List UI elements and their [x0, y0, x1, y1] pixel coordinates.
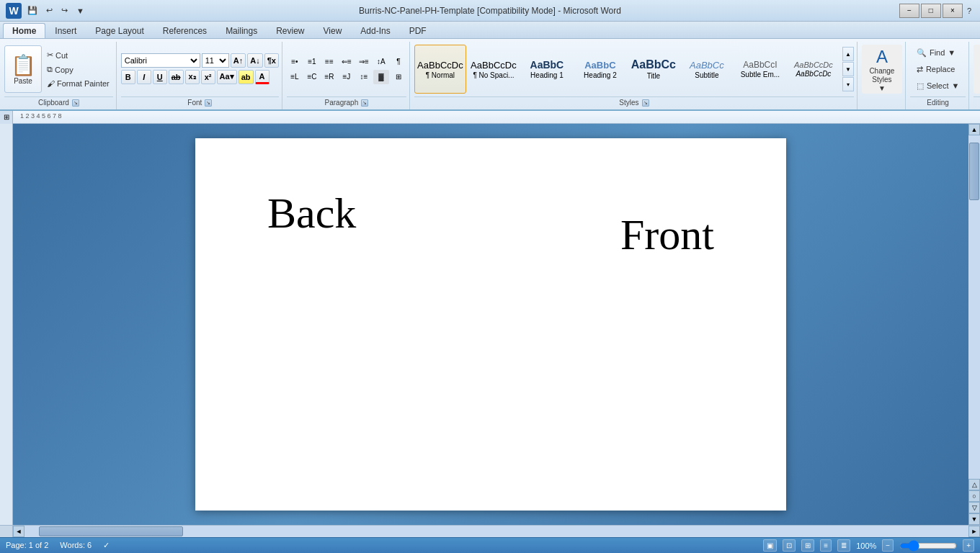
style-aabbccdc[interactable]: AaBbCcDc AaBbCcDc — [788, 45, 839, 94]
font-size-select[interactable]: 11 — [202, 53, 229, 68]
multilevel-list-button[interactable]: ≡≡ — [321, 55, 337, 69]
zoom-out-button[interactable]: − — [882, 539, 894, 552]
zoom-slider[interactable] — [899, 540, 957, 552]
view-print-layout-button[interactable]: ▣ — [763, 539, 777, 552]
justify-button[interactable]: ≡J — [339, 70, 355, 84]
increase-indent-button[interactable]: ⇒≡ — [356, 55, 372, 69]
align-right-button[interactable]: ≡R — [321, 70, 337, 84]
editing-group-content: 🔍 Find ▼ ⇄ Replace ⬚ Select ▼ — [910, 43, 966, 95]
font-name-select[interactable]: Calibri — [121, 53, 200, 68]
find-button[interactable]: 🔍 Find ▼ — [910, 45, 966, 60]
h-scroll-thumb[interactable] — [39, 526, 183, 536]
scroll-thumb[interactable] — [969, 143, 979, 200]
tab-page-layout[interactable]: Page Layout — [86, 23, 153, 38]
view-full-screen-button[interactable]: ⊡ — [783, 539, 796, 552]
font-group: Calibri 11 A↑ A↓ ¶x B I U ab — [118, 42, 282, 109]
maximize-button[interactable]: □ — [921, 4, 941, 18]
superscript-button[interactable]: x² — [201, 70, 215, 84]
replace-button[interactable]: ⇄ Replace — [910, 62, 966, 77]
scroll-up-button[interactable]: ▲ — [968, 124, 980, 135]
view-web-layout-button[interactable]: ⊞ — [801, 539, 814, 552]
style-no-spacing[interactable]: AaBbCcDc ¶ No Spaci... — [468, 45, 520, 94]
scroll-track[interactable] — [968, 135, 980, 479]
tab-mailings[interactable]: Mailings — [216, 23, 267, 38]
minimize-button[interactable]: − — [899, 4, 919, 18]
underline-button[interactable]: U — [153, 70, 167, 84]
style-h1-label: Heading 1 — [530, 71, 564, 79]
zoom-in-button[interactable]: + — [963, 539, 974, 552]
subscript-button[interactable]: x₂ — [185, 70, 200, 84]
scroll-left-button[interactable]: ◄ — [13, 526, 24, 537]
tab-home[interactable]: Home — [3, 23, 45, 38]
select-button[interactable]: ⬚ Select ▼ — [910, 78, 966, 94]
save-button[interactable]: 💾 — [24, 4, 40, 17]
customize-button[interactable]: ▼ — [74, 5, 87, 17]
cut-button[interactable]: ✂ Cut — [43, 48, 113, 62]
page-content[interactable]: Back Front — [224, 167, 757, 513]
style-heading2[interactable]: AaBbC Heading 2 — [574, 45, 626, 94]
page-down-button[interactable]: ▽ — [968, 502, 980, 513]
paragraph-expand-button[interactable]: ↘ — [361, 99, 368, 107]
numbering-button[interactable]: ≡1 — [304, 55, 320, 69]
font-color-button[interactable]: A — [255, 70, 270, 84]
tab-review[interactable]: Review — [267, 23, 313, 38]
undo-button[interactable]: ↩ — [43, 4, 55, 17]
scroll-area[interactable]: Back Front — [13, 124, 968, 525]
change-styles-button[interactable]: A Change Styles ▼ — [862, 45, 902, 94]
tab-pdf[interactable]: PDF — [400, 23, 436, 38]
styles-scroll-down-button[interactable]: ▼ — [842, 62, 854, 76]
bold-button[interactable]: B — [121, 70, 135, 84]
italic-button[interactable]: I — [137, 70, 151, 84]
sign-encrypt-button[interactable]: 🔒 Sign and Encrypt — [974, 45, 980, 94]
shading-button[interactable]: ▓ — [373, 70, 389, 84]
style-normal[interactable]: AaBbCcDc ¶ Normal — [414, 45, 466, 94]
font-expand-button[interactable]: ↘ — [205, 99, 212, 107]
close-button[interactable]: × — [943, 4, 963, 18]
tab-add-ins[interactable]: Add-Ins — [351, 23, 399, 38]
document-page[interactable]: Back Front — [195, 138, 786, 511]
decrease-indent-button[interactable]: ⇐≡ — [339, 55, 355, 69]
align-center-button[interactable]: ≡C — [304, 70, 320, 84]
align-left-button[interactable]: ≡L — [287, 70, 303, 84]
replace-label: Replace — [926, 65, 955, 73]
paste-button[interactable]: 📋 Paste — [4, 45, 42, 93]
style-subtitle[interactable]: AaBbCc Subtitle — [681, 45, 733, 94]
ruler-corner-button[interactable]: ⊞ — [0, 111, 13, 124]
clipboard-group: 📋 Paste ✂ Cut ⧉ Copy 🖌 Format Painter — [1, 42, 117, 109]
show-formatting-button[interactable]: ¶ — [391, 55, 406, 69]
styles-scroll-up-button[interactable]: ▲ — [842, 47, 854, 61]
select-page-button[interactable]: ○ — [968, 490, 980, 502]
styles-expand-button[interactable]: ▾ — [842, 77, 854, 91]
increase-font-button[interactable]: A↑ — [231, 53, 246, 68]
line-spacing-button[interactable]: ↕≡ — [356, 70, 372, 84]
h-scroll-track[interactable] — [24, 526, 968, 537]
bullets-button[interactable]: ≡• — [287, 55, 303, 69]
format-painter-button[interactable]: 🖌 Format Painter — [43, 77, 113, 90]
view-outline-button[interactable]: ≡ — [820, 539, 832, 552]
scroll-right-button[interactable]: ► — [968, 526, 980, 537]
copy-button[interactable]: ⧉ Copy — [43, 63, 113, 76]
style-heading1[interactable]: AaBbC Heading 1 — [521, 45, 573, 94]
page-up-button[interactable]: △ — [968, 479, 980, 490]
highlight-button[interactable]: ab — [239, 70, 254, 84]
scroll-down-button[interactable]: ▼ — [968, 513, 980, 525]
spell-check-icon[interactable]: ✓ — [103, 541, 110, 550]
help-button[interactable]: ? — [964, 4, 974, 18]
tab-view[interactable]: View — [314, 23, 352, 38]
view-draft-button[interactable]: ≣ — [837, 539, 850, 552]
clear-format-button[interactable]: ¶x — [264, 53, 279, 68]
decrease-font-button[interactable]: A↓ — [247, 53, 262, 68]
change-case-button[interactable]: Aa▾ — [217, 70, 237, 84]
styles-expand-button2[interactable]: ↘ — [642, 99, 649, 107]
borders-button[interactable]: ⊞ — [391, 70, 406, 84]
style-title[interactable]: AaBbCc Title — [628, 45, 680, 94]
privacy-group: 🔒 Sign and Encrypt Privacy — [971, 42, 980, 109]
clipboard-expand-button[interactable]: ↘ — [72, 99, 79, 107]
style-subtle-em[interactable]: AaBbCcI Subtle Em... — [734, 45, 786, 94]
strikethrough-button[interactable]: ab — [169, 70, 184, 84]
styles-scroll-controls: ▲ ▼ ▾ — [842, 47, 854, 91]
tab-references[interactable]: References — [153, 23, 216, 38]
tab-insert[interactable]: Insert — [45, 23, 86, 38]
sort-button[interactable]: ↕A — [373, 55, 389, 69]
redo-button[interactable]: ↪ — [58, 4, 71, 17]
